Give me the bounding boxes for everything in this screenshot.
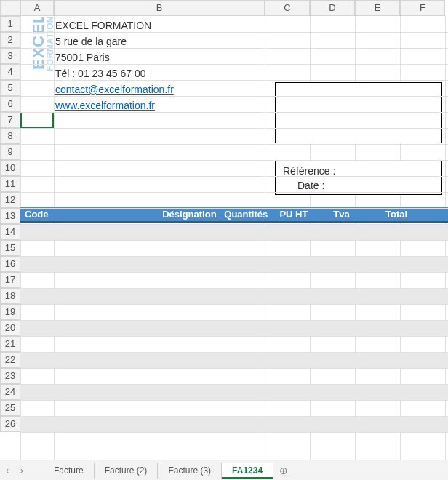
add-sheet-button[interactable]: ⊕: [273, 465, 294, 476]
col-header-c[interactable]: C: [265, 0, 310, 16]
company-email-link[interactable]: contact@excelformation.fr: [55, 81, 174, 97]
table-row[interactable]: [20, 336, 448, 352]
row-header-7[interactable]: 7: [0, 112, 20, 128]
row-header-14[interactable]: 14: [0, 224, 20, 240]
sheet-tab-facture-2-[interactable]: Facture (2): [95, 463, 159, 479]
sheet-tab-fa1234[interactable]: FA1234: [222, 463, 273, 479]
th-quantites: Quantités: [223, 207, 268, 223]
table-row[interactable]: [20, 400, 448, 416]
reference-box[interactable]: Référence : Date :: [275, 160, 442, 195]
date-label: Date :: [283, 178, 434, 193]
col-header-f[interactable]: F: [400, 0, 445, 16]
row-header-19[interactable]: 19: [0, 304, 20, 320]
row-header-13[interactable]: 13: [0, 208, 20, 224]
th-total: Total: [367, 207, 412, 223]
row-header-16[interactable]: 16: [0, 256, 20, 272]
row-header-9[interactable]: 9: [0, 144, 20, 160]
table-row[interactable]: [20, 304, 448, 320]
table-row[interactable]: [20, 288, 448, 304]
col-header-b[interactable]: B: [54, 0, 265, 16]
th-tva: Tva: [319, 207, 364, 223]
tab-nav-next[interactable]: ›: [15, 461, 29, 480]
table-row[interactable]: [20, 240, 448, 256]
col-header-d[interactable]: D: [310, 0, 355, 16]
table-row[interactable]: [20, 368, 448, 384]
row-header-8[interactable]: 8: [0, 128, 20, 144]
company-name: EXCEL FORMATION: [55, 17, 174, 33]
table-row[interactable]: [20, 384, 448, 400]
table-row[interactable]: [20, 256, 448, 272]
company-street: 5 rue de la gare: [55, 33, 174, 49]
row-header-5[interactable]: 5: [0, 80, 20, 96]
row-header-3[interactable]: 3: [0, 48, 20, 64]
table-row[interactable]: [20, 320, 448, 336]
row-headers: 1234567891011121314151617181920212223242…: [0, 16, 20, 432]
select-all-corner[interactable]: [0, 0, 20, 16]
row-header-10[interactable]: 10: [0, 160, 20, 176]
row-header-18[interactable]: 18: [0, 288, 20, 304]
sheet-tab-facture[interactable]: Facture: [44, 463, 95, 479]
column-headers: A B C D E F: [0, 0, 448, 16]
row-header-1[interactable]: 1: [0, 16, 20, 32]
table-row[interactable]: [20, 352, 448, 368]
client-address-box[interactable]: [275, 82, 442, 143]
row-header-17[interactable]: 17: [0, 272, 20, 288]
company-city: 75001 Paris: [55, 49, 174, 65]
company-phone: Tél : 01 23 45 67 00: [55, 65, 174, 81]
company-website-link[interactable]: www.excelformation.fr: [55, 97, 174, 113]
row-header-12[interactable]: 12: [0, 192, 20, 208]
tab-nav-prev[interactable]: ‹: [0, 461, 15, 480]
table-row[interactable]: [20, 272, 448, 288]
row-header-20[interactable]: 20: [0, 320, 20, 336]
active-cell: [20, 112, 54, 128]
row-header-6[interactable]: 6: [0, 96, 20, 112]
row-header-25[interactable]: 25: [0, 400, 20, 416]
row-header-23[interactable]: 23: [0, 368, 20, 384]
row-header-4[interactable]: 4: [0, 64, 20, 80]
table-row[interactable]: [20, 416, 448, 432]
col-header-e[interactable]: E: [355, 0, 400, 16]
row-header-11[interactable]: 11: [0, 176, 20, 192]
col-header-a[interactable]: A: [20, 0, 54, 16]
row-header-2[interactable]: 2: [0, 32, 20, 48]
sheet-tabs-bar: ‹ › FactureFacture (2)Facture (3)FA1234 …: [0, 460, 448, 480]
sheet-tab-facture-3-[interactable]: Facture (3): [158, 463, 222, 479]
row-header-26[interactable]: 26: [0, 416, 20, 432]
row-header-21[interactable]: 21: [0, 336, 20, 352]
th-designation: Désignation: [57, 207, 221, 223]
row-header-15[interactable]: 15: [0, 240, 20, 256]
logo-text-2: FORMATION: [45, 17, 54, 71]
invoice-table-header: Code Désignation Quantités PU HT Tva Tot…: [20, 207, 448, 223]
row-header-24[interactable]: 24: [0, 384, 20, 400]
th-puht: PU HT: [271, 207, 316, 223]
table-row[interactable]: [20, 224, 448, 240]
row-header-22[interactable]: 22: [0, 352, 20, 368]
th-code: Code: [20, 207, 54, 223]
invoice-table-body: [20, 224, 448, 458]
